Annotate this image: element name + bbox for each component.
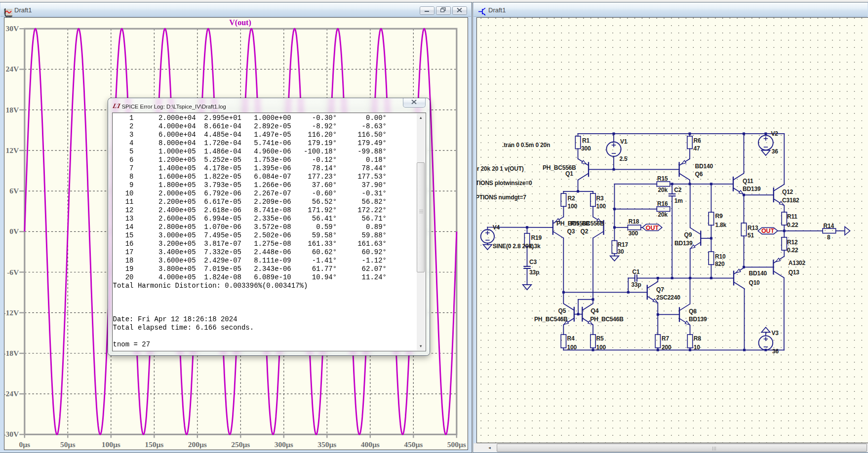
svg-text:200µs: 200µs: [188, 440, 207, 449]
svg-text:30: 30: [618, 248, 624, 255]
svg-text:.tran 0 0.5m 0 20n: .tran 0 0.5m 0 20n: [502, 141, 550, 148]
svg-text:-24V: -24V: [4, 389, 19, 398]
svg-text:R15: R15: [657, 175, 668, 182]
svg-text:BD140: BD140: [695, 163, 713, 170]
svg-text:24V: 24V: [6, 65, 20, 73]
svg-text:R10: R10: [715, 253, 726, 260]
svg-text:C2: C2: [674, 186, 681, 193]
svg-text:150µs: 150µs: [145, 440, 163, 449]
svg-text:2SC2240: 2SC2240: [656, 294, 680, 301]
svg-text:0.22: 0.22: [787, 247, 798, 254]
svg-text:TIONS plotwinsize=0: TIONS plotwinsize=0: [476, 179, 532, 186]
svg-text:V1: V1: [620, 138, 628, 145]
svg-text:30V: 30V: [6, 24, 20, 33]
svg-text:BD139: BD139: [743, 186, 761, 192]
svg-text:R8: R8: [694, 335, 701, 342]
svg-text:PH_BC546B: PH_BC546B: [590, 316, 624, 323]
svg-text:500µs: 500µs: [447, 440, 466, 449]
svg-text:R7: R7: [662, 335, 669, 342]
svg-text:1.8k: 1.8k: [715, 222, 727, 228]
svg-text:200: 200: [662, 343, 671, 350]
svg-text:400µs: 400µs: [361, 440, 380, 449]
svg-text:R4: R4: [567, 335, 575, 342]
svg-text:V(out): V(out): [229, 18, 251, 27]
svg-text:PTIONS numdgt=7: PTIONS numdgt=7: [476, 194, 526, 201]
svg-text:6V: 6V: [9, 187, 19, 195]
svg-text:0V: 0V: [9, 227, 19, 235]
svg-text:C3182: C3182: [782, 196, 799, 203]
svg-text:20k: 20k: [658, 186, 668, 193]
svg-text:100: 100: [596, 203, 606, 210]
svg-text:R5: R5: [596, 335, 604, 342]
svg-text:Q12: Q12: [782, 189, 793, 195]
svg-text:36: 36: [772, 348, 779, 355]
svg-text:R2: R2: [568, 195, 575, 202]
svg-text:1m: 1m: [674, 197, 683, 204]
svg-text:8: 8: [827, 233, 830, 240]
svg-text:V2: V2: [771, 130, 779, 137]
svg-text:100: 100: [596, 343, 606, 350]
svg-text:0.22: 0.22: [787, 221, 798, 228]
svg-text:10: 10: [694, 343, 700, 350]
svg-text:Q13: Q13: [789, 268, 800, 275]
svg-text:250µs: 250µs: [231, 440, 250, 449]
svg-text:Q2: Q2: [581, 228, 589, 235]
svg-text:OUT: OUT: [646, 224, 659, 231]
svg-text:2.5: 2.5: [620, 155, 628, 162]
svg-text:SINE(0 2.8 20k): SINE(0 2.8 20k): [493, 242, 534, 249]
svg-text:A1302: A1302: [789, 259, 806, 266]
svg-text:R12: R12: [787, 238, 798, 245]
svg-text:Q4: Q4: [591, 307, 599, 314]
svg-text:BD139: BD139: [689, 316, 707, 323]
svg-text:R6: R6: [694, 137, 701, 144]
svg-text:-30V: -30V: [4, 430, 19, 438]
svg-text:R3: R3: [596, 195, 604, 202]
svg-text:Q11: Q11: [743, 177, 753, 184]
svg-text:0µs: 0µs: [19, 440, 30, 449]
svg-text:Q6: Q6: [695, 170, 703, 177]
svg-text:-18V: -18V: [4, 349, 19, 357]
svg-text:100µs: 100µs: [102, 440, 120, 449]
svg-text:R19: R19: [531, 234, 542, 241]
svg-text:Q5: Q5: [558, 307, 566, 314]
svg-text:R16: R16: [657, 200, 668, 207]
svg-text:Q3: Q3: [567, 228, 575, 235]
svg-text:100: 100: [568, 203, 578, 210]
svg-text:R17: R17: [618, 241, 629, 248]
svg-text:20k: 20k: [658, 211, 668, 218]
svg-text:36: 36: [772, 148, 778, 155]
svg-text:300: 300: [629, 230, 638, 237]
svg-text:V4: V4: [493, 224, 500, 231]
svg-text:18V: 18V: [6, 106, 20, 114]
svg-text:51: 51: [748, 232, 754, 239]
svg-text:350µs: 350µs: [317, 440, 336, 449]
svg-text:PH_BC556B: PH_BC556B: [571, 220, 604, 227]
svg-text:47: 47: [694, 145, 700, 151]
svg-text:Q10: Q10: [749, 279, 760, 286]
svg-text:12V: 12V: [6, 146, 20, 154]
svg-text:PH_BC546B: PH_BC546B: [534, 316, 568, 323]
svg-text:300: 300: [581, 145, 591, 151]
svg-text:50µs: 50µs: [60, 440, 75, 449]
svg-text:1.3k: 1.3k: [529, 242, 541, 249]
svg-text:450µs: 450µs: [404, 440, 423, 449]
svg-text:r 20k 20 1 v(OUT): r 20k 20 1 v(OUT): [477, 165, 524, 172]
svg-text:R11: R11: [787, 213, 797, 220]
svg-text:Q9: Q9: [684, 231, 692, 238]
svg-text:R14: R14: [824, 222, 834, 229]
svg-text:V3: V3: [771, 329, 779, 336]
svg-text:Q7: Q7: [656, 286, 664, 293]
svg-text:LT: LT: [113, 103, 120, 109]
svg-text:Q8: Q8: [689, 308, 697, 315]
svg-text:100: 100: [567, 343, 577, 350]
svg-text:OUT: OUT: [761, 227, 775, 234]
svg-text:33p: 33p: [631, 281, 641, 288]
svg-text:R1: R1: [582, 137, 590, 144]
svg-text:R13: R13: [748, 224, 758, 231]
svg-text:820: 820: [715, 260, 725, 267]
svg-text:BD139: BD139: [674, 239, 693, 246]
svg-text:C3: C3: [529, 258, 537, 265]
svg-text:C1: C1: [632, 268, 640, 275]
svg-text:R18: R18: [629, 218, 639, 225]
svg-text:-6V: -6V: [7, 268, 19, 276]
